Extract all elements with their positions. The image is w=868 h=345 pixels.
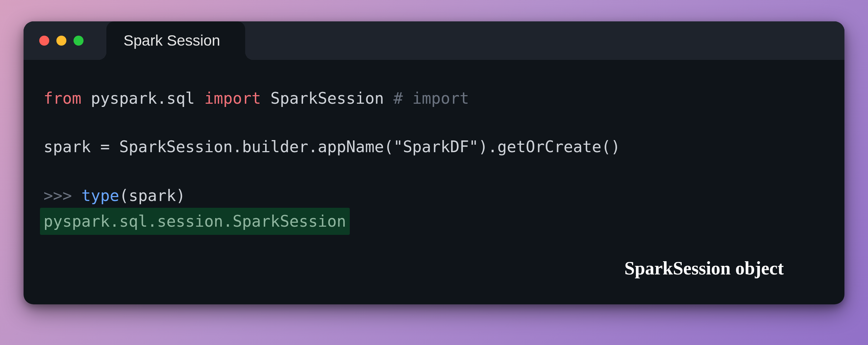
code-area: from pyspark.sql import SparkSession # i… [24, 60, 844, 304]
tab-spark-session[interactable]: Spark Session [106, 21, 245, 60]
annotation-label: SparkSession object [625, 254, 784, 283]
repl-prompt: >>> [44, 186, 72, 205]
minimize-icon[interactable] [56, 36, 66, 46]
import-target: SparkSession [271, 89, 384, 107]
tab-title: Spark Session [123, 32, 220, 49]
builtin-type: type [81, 186, 119, 205]
close-icon[interactable] [39, 36, 49, 46]
window-titlebar: Spark Session [24, 21, 844, 60]
traffic-lights [39, 36, 84, 46]
code-assignment: spark = SparkSession.builder.appName("Sp… [44, 138, 620, 156]
terminal-window: Spark Session from pyspark.sql import Sp… [24, 21, 844, 304]
repl-output: pyspark.sql.session.SparkSession [40, 208, 350, 235]
comment: # import [393, 89, 469, 107]
module-name: pyspark.sql [91, 89, 195, 107]
maximize-icon[interactable] [74, 36, 84, 46]
call-args: (spark) [119, 186, 185, 205]
keyword-from: from [44, 89, 81, 107]
keyword-import: import [204, 89, 261, 107]
